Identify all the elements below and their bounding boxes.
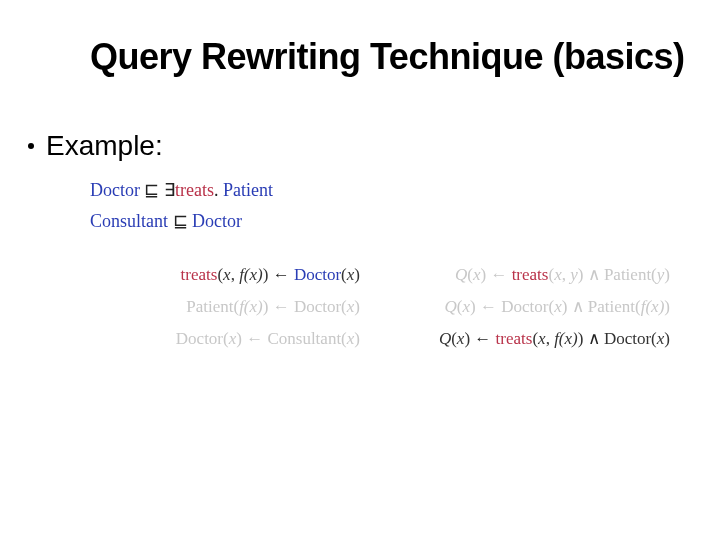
slide: Query Rewriting Technique (basics) Examp… <box>0 0 720 540</box>
bullet-dot-icon <box>28 143 34 149</box>
rule-right-2: Q(x) ← Doctor(x) ∧ Patient(f(x)) <box>370 292 670 322</box>
right-column: Q(x) ← treats(x, y) ∧ Patient(y) Q(x) ← … <box>370 260 670 355</box>
example-bullet: Example: <box>28 130 163 162</box>
rewriting-columns: treats(x, f(x)) ← Doctor(x) Patient(f(x)… <box>70 260 670 355</box>
axiom-2: Consultant ⊑ Doctor <box>90 207 273 236</box>
axioms-block: Doctor ⊑ ∃treats. Patient Consultant ⊑ D… <box>90 176 273 238</box>
bullet-text: Example: <box>46 130 163 161</box>
left-column: treats(x, f(x)) ← Doctor(x) Patient(f(x)… <box>70 260 360 355</box>
rule-right-1: Q(x) ← treats(x, y) ∧ Patient(y) <box>370 260 670 290</box>
slide-title: Query Rewriting Technique (basics) <box>90 36 684 78</box>
rule-left-3: Doctor(x) ← Consultant(x) <box>70 324 360 354</box>
rule-right-3: Q(x) ← treats(x, f(x)) ∧ Doctor(x) <box>370 324 670 354</box>
axiom-1: Doctor ⊑ ∃treats. Patient <box>90 176 273 205</box>
rule-left-1: treats(x, f(x)) ← Doctor(x) <box>70 260 360 290</box>
rule-left-2: Patient(f(x)) ← Doctor(x) <box>70 292 360 322</box>
